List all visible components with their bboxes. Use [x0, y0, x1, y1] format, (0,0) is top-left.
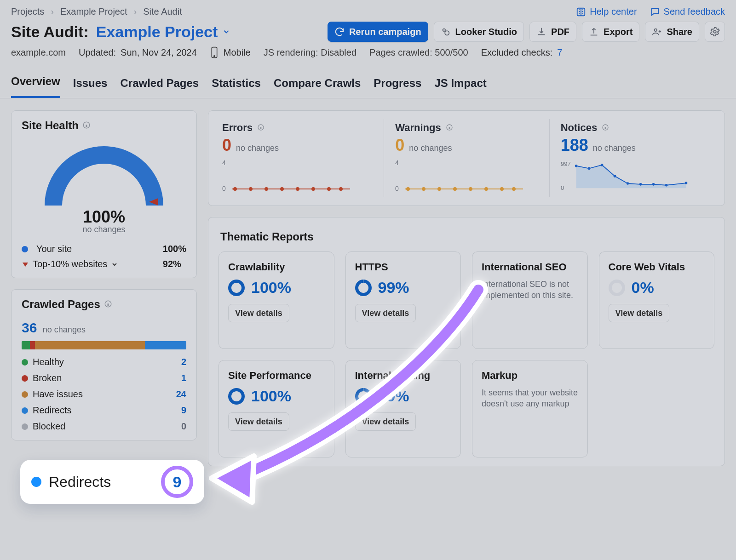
- svg-point-18: [280, 187, 284, 191]
- card-title: Crawlability: [228, 261, 325, 273]
- project-link[interactable]: Example Project: [96, 23, 231, 41]
- gauge-needle-icon: [148, 196, 159, 207]
- info-icon[interactable]: [602, 122, 609, 134]
- broken-value[interactable]: 1: [176, 373, 186, 383]
- looker-button[interactable]: Looker Studio: [434, 22, 524, 42]
- list-item-healthy[interactable]: Healthy: [22, 357, 172, 367]
- tab-compare-crawls[interactable]: Compare Crawls: [274, 72, 361, 98]
- view-details-button[interactable]: View details: [228, 412, 289, 431]
- card-international-seo[interactable]: International SEO International SEO is n…: [472, 251, 588, 349]
- tab-crawled-pages[interactable]: Crawled Pages: [120, 72, 199, 98]
- card-site-performance[interactable]: Site Performance 100% View details: [218, 360, 334, 457]
- callout-label: Redirects: [49, 474, 111, 491]
- updated-pair: Updated: Sun, Nov 24, 2024: [79, 47, 197, 58]
- broken-label: Broken: [33, 373, 62, 383]
- chevron-right-icon: ›: [51, 6, 54, 17]
- tab-overview[interactable]: Overview: [11, 70, 60, 98]
- main: Site Health 100% no changes: [0, 98, 736, 477]
- dot-icon: [22, 246, 28, 252]
- svg-point-40: [600, 164, 603, 166]
- settings-button[interactable]: [705, 22, 725, 42]
- card-core-web-vitals[interactable]: Core Web Vitals 0% View details: [599, 251, 715, 349]
- tab-js-impact[interactable]: JS Impact: [434, 72, 486, 98]
- pdf-label: PDF: [551, 27, 569, 37]
- view-details-button[interactable]: View details: [228, 304, 289, 322]
- info-icon[interactable]: [104, 298, 112, 311]
- help-center-link[interactable]: Help center: [576, 6, 637, 17]
- dot-icon: [31, 477, 41, 487]
- progress-ring-icon: [228, 388, 245, 405]
- metric-notices-title: Notices: [561, 122, 703, 134]
- dot-icon: [22, 407, 28, 414]
- svg-text:4: 4: [395, 159, 399, 166]
- mobile-icon: [210, 46, 219, 58]
- export-icon: [589, 27, 599, 37]
- crawled-total-row: 36 no changes: [22, 320, 186, 336]
- blocked-value[interactable]: 0: [176, 421, 186, 432]
- view-details-button[interactable]: View details: [355, 304, 416, 322]
- have-issues-value[interactable]: 24: [176, 389, 186, 400]
- svg-point-45: [665, 184, 667, 187]
- svg-point-22: [339, 187, 343, 191]
- legend-top10-label: Top-10% websites: [33, 259, 107, 269]
- excluded-checks-label: Excluded checks:: [481, 47, 553, 58]
- info-icon[interactable]: [257, 122, 264, 134]
- errors-sparkline: 4 0: [222, 159, 351, 195]
- list-item-blocked[interactable]: Blocked: [22, 421, 172, 432]
- gauge-wrap: 100% no changes: [22, 141, 186, 234]
- rerun-button[interactable]: Rerun campaign: [328, 22, 428, 42]
- card-markup[interactable]: Markup It seems that your website doesn'…: [472, 360, 588, 457]
- excluded-checks: Excluded checks: 7: [481, 47, 563, 58]
- metrics-grid: Errors 0no changes 4 0: [218, 119, 714, 197]
- progress-ring-icon: [609, 280, 625, 296]
- svg-point-42: [626, 182, 629, 185]
- breadcrumb-project[interactable]: Example Project: [60, 6, 127, 17]
- warnings-sparkline: 4 0: [395, 159, 524, 195]
- pdf-button[interactable]: PDF: [529, 22, 576, 42]
- metric-warnings: Warnings 0no changes 4 0: [384, 119, 549, 197]
- send-feedback-link[interactable]: Send feedback: [650, 6, 725, 17]
- info-icon[interactable]: [82, 119, 91, 132]
- breadcrumb-projects[interactable]: Projects: [11, 6, 44, 17]
- view-details-button[interactable]: View details: [609, 304, 670, 322]
- list-item-redirects[interactable]: Redirects: [22, 405, 172, 416]
- help-center-label: Help center: [590, 6, 637, 17]
- card-https[interactable]: HTTPS 99% View details: [345, 251, 461, 349]
- svg-point-15: [233, 187, 237, 191]
- svg-point-31: [469, 187, 472, 191]
- view-details-button[interactable]: View details: [355, 412, 416, 431]
- callout-value: 9: [173, 473, 182, 491]
- dot-icon: [22, 423, 28, 430]
- list-item-broken[interactable]: Broken: [22, 373, 172, 383]
- chevron-down-icon: [222, 28, 230, 36]
- site-health-title-text: Site Health: [22, 119, 79, 132]
- excluded-checks-link[interactable]: 7: [557, 47, 562, 58]
- card-crawlability[interactable]: Crawlability 100% View details: [218, 251, 334, 349]
- crawled-title: Crawled Pages: [22, 298, 186, 311]
- legend-your-site-label: Your site: [36, 244, 72, 254]
- redirects-value[interactable]: 9: [176, 405, 186, 416]
- svg-point-4: [713, 30, 716, 33]
- chevron-down-icon: [111, 261, 118, 268]
- legend-top10[interactable]: Top-10% websites: [22, 259, 157, 269]
- svg-point-46: [684, 182, 687, 184]
- svg-point-39: [587, 167, 590, 170]
- svg-text:997: 997: [561, 160, 571, 167]
- progress-ring-icon: [355, 280, 372, 296]
- callout-highlight: 9: [161, 466, 193, 498]
- tabs: Overview Issues Crawled Pages Statistics…: [0, 65, 736, 98]
- tab-statistics[interactable]: Statistics: [212, 72, 261, 98]
- info-icon[interactable]: [446, 122, 453, 134]
- card-internal-linking[interactable]: Internal Linking 99% View details: [345, 360, 461, 457]
- metric-errors-value: 0no changes: [222, 136, 373, 155]
- dot-icon: [22, 391, 28, 398]
- device-label: Mobile: [224, 47, 251, 58]
- tab-issues[interactable]: Issues: [73, 72, 108, 98]
- crawled-no-changes: no changes: [43, 325, 86, 334]
- share-button[interactable]: Share: [645, 22, 699, 42]
- export-button[interactable]: Export: [582, 22, 639, 42]
- dot-icon: [22, 359, 28, 366]
- list-item-have-issues[interactable]: Have issues: [22, 389, 172, 400]
- healthy-value[interactable]: 2: [176, 357, 186, 367]
- tab-progress[interactable]: Progress: [374, 72, 421, 98]
